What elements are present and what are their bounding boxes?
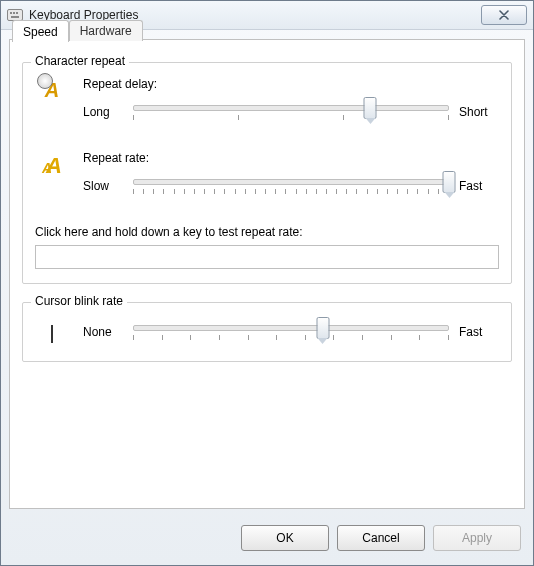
- cursor-blink-right-label: Fast: [459, 325, 499, 339]
- cursor-blink-group: Cursor blink rate None: [22, 302, 512, 362]
- svg-rect-4: [11, 16, 19, 18]
- tab-speed[interactable]: Speed: [12, 20, 69, 42]
- repeat-delay-label: Repeat delay:: [83, 77, 499, 91]
- tab-strip: Speed Hardware: [12, 20, 143, 41]
- cancel-button[interactable]: Cancel: [337, 525, 425, 551]
- stopwatch-icon: [37, 73, 53, 89]
- svg-rect-1: [10, 12, 12, 14]
- svg-rect-2: [13, 12, 15, 14]
- cursor-blink-legend: Cursor blink rate: [31, 294, 127, 308]
- cursor-blink-slider[interactable]: [133, 317, 449, 347]
- character-repeat-legend: Character repeat: [31, 54, 129, 68]
- cursor-preview-icon: [35, 321, 69, 343]
- test-repeat-input[interactable]: [35, 245, 499, 269]
- repeat-rate-slider[interactable]: [133, 171, 449, 201]
- tab-hardware-label: Hardware: [80, 24, 132, 38]
- repeat-delay-row: A Repeat delay: Long Short: [35, 77, 499, 127]
- close-button[interactable]: [481, 5, 527, 25]
- repeat-delay-thumb[interactable]: [364, 97, 377, 119]
- repeat-delay-left-label: Long: [83, 105, 123, 119]
- repeat-delay-right-label: Short: [459, 105, 499, 119]
- tab-client-area: Speed Hardware Character repeat A Repeat…: [9, 39, 525, 509]
- dialog-button-row: OK Cancel Apply: [241, 525, 521, 551]
- repeat-rate-left-label: Slow: [83, 179, 123, 193]
- ok-button[interactable]: OK: [241, 525, 329, 551]
- tab-hardware[interactable]: Hardware: [69, 20, 143, 41]
- cursor-blink-left-label: None: [83, 325, 123, 339]
- repeat-rate-right-label: Fast: [459, 179, 499, 193]
- character-repeat-group: Character repeat A Repeat delay: Long: [22, 62, 512, 284]
- repeat-delay-slider[interactable]: [133, 97, 449, 127]
- svg-rect-0: [8, 10, 23, 21]
- repeat-rate-label: Repeat rate:: [83, 151, 499, 165]
- keyboard-properties-window: Keyboard Properties Speed Hardware Chara…: [0, 0, 534, 566]
- apply-button[interactable]: Apply: [433, 525, 521, 551]
- test-repeat-label: Click here and hold down a key to test r…: [35, 225, 499, 239]
- repeat-rate-row: AA Repeat rate: Slow: [35, 151, 499, 201]
- repeat-rate-icon: AA: [35, 151, 69, 179]
- close-icon: [498, 10, 510, 20]
- repeat-delay-icon: A: [35, 77, 69, 102]
- speed-panel: Character repeat A Repeat delay: Long: [10, 40, 524, 508]
- repeat-rate-thumb[interactable]: [443, 171, 456, 193]
- tab-speed-label: Speed: [23, 25, 58, 39]
- svg-rect-3: [16, 12, 18, 14]
- cursor-blink-thumb[interactable]: [316, 317, 329, 339]
